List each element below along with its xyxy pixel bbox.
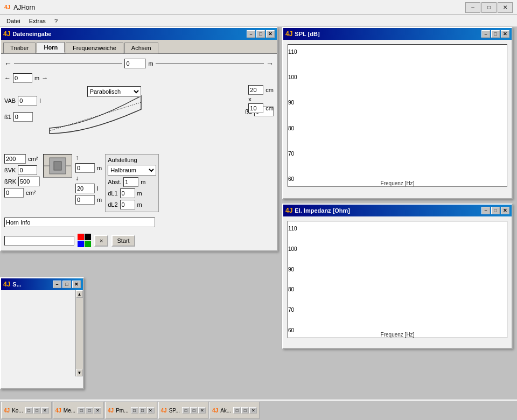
menu-datei[interactable]: Datei: [2, 17, 25, 25]
bvk-label: ßVK: [4, 167, 16, 173]
area2-unit: cm²: [26, 190, 36, 196]
impedanz-y-60: 60: [288, 327, 308, 333]
maximize-button[interactable]: □: [481, 2, 497, 13]
spl-y-80: 80: [288, 125, 308, 131]
bottom-text-input[interactable]: [4, 236, 74, 246]
horn-length-unit: m: [148, 60, 153, 67]
taskbar-btn-min-3[interactable]: □: [182, 407, 190, 414]
horn-area-panel: 200 cm² ßVK 0 ßRK 500 0: [4, 154, 40, 212]
tab-horn[interactable]: Horn: [37, 42, 65, 53]
pos1-input[interactable]: 0: [75, 163, 95, 173]
pos2-input[interactable]: 20: [75, 184, 95, 193]
small-maximize[interactable]: □: [62, 281, 71, 288]
dl2-input[interactable]: 0: [120, 200, 135, 209]
spl-close[interactable]: ✕: [501, 30, 509, 38]
spl-y-100: 100: [288, 74, 308, 80]
dateneingabe-close[interactable]: ✕: [266, 30, 275, 38]
color-blue[interactable]: [78, 241, 84, 247]
horn-length-input[interactable]: 0: [124, 59, 146, 68]
menu-help[interactable]: ?: [50, 17, 62, 25]
flare-type-select[interactable]: Parabolisch Exponential Konisch Traktrix: [87, 86, 141, 97]
app-title-bar: 4J AJHorn – □ ✕: [0, 0, 517, 15]
b1-input[interactable]: 0: [13, 112, 33, 122]
taskbar-item-1[interactable]: 4J Me... □ □ ✕: [53, 402, 104, 419]
pos3-input[interactable]: 0: [75, 195, 95, 205]
impedanz-maximize[interactable]: □: [491, 207, 500, 214]
taskbar-btn-max-3[interactable]: □: [190, 407, 198, 414]
minimize-button[interactable]: –: [465, 2, 480, 13]
taskbar-label-4: Ak...: [220, 408, 231, 414]
spl-title-bar: 4J SPL [dB] – □ ✕: [283, 28, 512, 40]
svg-rect-2: [54, 162, 61, 170]
taskbar-item-4[interactable]: 4J Ak... □ □ ✕: [209, 402, 260, 419]
taskbar-btn-close-2[interactable]: ✕: [147, 407, 155, 414]
spl-y-60: 60: [288, 176, 308, 182]
taskbar-btn-max-2[interactable]: □: [139, 407, 146, 414]
tab-treiber[interactable]: Treiber: [3, 43, 36, 53]
taskbar-btn-close-1[interactable]: ✕: [94, 407, 101, 414]
dl2-label: dL2: [108, 201, 117, 208]
small-close[interactable]: ✕: [72, 281, 81, 288]
taskbar-btn-close-4[interactable]: ✕: [249, 407, 257, 414]
vab-input[interactable]: 0: [18, 96, 37, 106]
close-button[interactable]: ✕: [498, 2, 513, 13]
taskbar-item-3[interactable]: 4J SP... □ □ ✕: [158, 402, 209, 419]
taskbar-btn-close-0[interactable]: ✕: [41, 407, 49, 414]
abst-label: Abst.: [108, 179, 121, 185]
taskbar-btn-min-2[interactable]: □: [131, 407, 138, 414]
spl-window: 4J SPL [dB] – □ ✕ 110 100 90 80 70 60: [282, 27, 513, 199]
dateneingabe-maximize[interactable]: □: [256, 30, 265, 38]
area2-input[interactable]: 0: [4, 188, 24, 198]
taskbar-controls-2: □ □ ✕: [131, 407, 155, 414]
taskbar-btn-min-0[interactable]: □: [25, 407, 33, 414]
color-red[interactable]: [78, 234, 84, 240]
scrollbar[interactable]: ▲ ▼: [75, 290, 83, 376]
impedanz-minimize[interactable]: –: [481, 207, 490, 214]
horn-offset-input[interactable]: 0: [13, 73, 32, 83]
taskbar-btn-max-4[interactable]: □: [241, 407, 249, 414]
impedanz-title: El. Impedanz [Ohm]: [295, 207, 350, 214]
aufstellung-select[interactable]: Halbraum Freiraum Viertelraum Achtelraum: [108, 165, 156, 176]
aufstellung-label: Aufstellung: [108, 157, 156, 163]
spl-minimize[interactable]: –: [481, 30, 490, 38]
bvk-input[interactable]: 0: [18, 165, 37, 175]
spl-maximize[interactable]: □: [491, 30, 500, 38]
x-button[interactable]: ×: [94, 235, 108, 247]
small-minimize[interactable]: –: [53, 281, 61, 288]
taskbar-item-0[interactable]: 4J Ko... □ □ ✕: [1, 402, 52, 419]
taskbar-label-0: Ko...: [12, 408, 23, 414]
impedanz-y-70: 70: [288, 307, 308, 313]
taskbar-icon-0: 4J: [4, 408, 10, 414]
scroll-up[interactable]: ▲: [76, 290, 83, 298]
taskbar-btn-max-0[interactable]: □: [33, 407, 41, 414]
color-green[interactable]: [85, 241, 91, 247]
taskbar-btn-close-3[interactable]: ✕: [198, 407, 206, 414]
dim-20-input[interactable]: 20: [248, 85, 263, 95]
taskbar-btn-max-1[interactable]: □: [86, 407, 93, 414]
abst-input[interactable]: 1: [123, 177, 138, 187]
impedanz-y-labels: 110 100 90 80 70 60: [288, 221, 308, 338]
dateneingabe-icon: 4J: [3, 30, 10, 38]
dl1-input[interactable]: 0: [120, 188, 135, 198]
spl-chart: 110 100 90 80 70 60 Frequenz [Hz]: [288, 44, 507, 187]
scroll-down[interactable]: ▼: [76, 369, 83, 376]
taskbar-btn-min-4[interactable]: □: [233, 407, 241, 414]
taskbar-btn-min-1[interactable]: □: [78, 407, 85, 414]
dim-10-input[interactable]: 10: [248, 103, 263, 113]
taskbar-icon-1: 4J: [55, 408, 61, 414]
taskbar-item-2[interactable]: 4J Pm... □ □ ✕: [105, 402, 157, 419]
start-button[interactable]: Start: [111, 235, 135, 247]
left-arrow-icon: ←: [4, 59, 12, 68]
tab-frequenzweiche[interactable]: Frequenzweiche: [66, 43, 123, 53]
right-arrow-icon: →: [266, 59, 274, 68]
brk-input[interactable]: 500: [18, 177, 40, 186]
dateneingabe-minimize[interactable]: –: [247, 30, 255, 38]
horn-info-input[interactable]: Horn Info: [4, 218, 155, 227]
horn-dims: 20 cm x 10 cm: [248, 85, 274, 113]
dl1-unit: m: [137, 190, 142, 197]
color-black[interactable]: [85, 234, 91, 240]
area1-input[interactable]: 200: [4, 154, 26, 164]
menu-extras[interactable]: Extras: [25, 17, 50, 25]
impedanz-close[interactable]: ✕: [501, 207, 509, 214]
tab-achsen[interactable]: Achsen: [124, 43, 158, 53]
